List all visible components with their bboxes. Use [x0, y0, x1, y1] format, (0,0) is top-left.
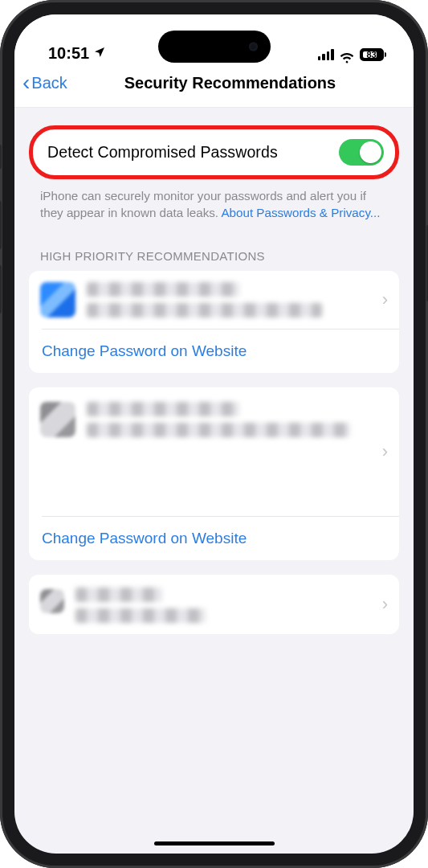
recommendation-row[interactable]: ›	[29, 575, 399, 634]
detect-toggle-switch[interactable]	[339, 139, 384, 166]
section-header-high-priority: HIGH PRIORITY RECOMMENDATIONS	[29, 222, 399, 271]
navigation-bar: ‹ Back Security Recommendations	[14, 64, 414, 108]
battery-icon: 83	[360, 48, 387, 61]
volume-up-button[interactable]	[0, 201, 2, 249]
detect-toggle-row[interactable]: Detect Compromised Passwords	[29, 125, 399, 179]
about-passwords-link[interactable]: About Passwords & Privacy...	[221, 206, 380, 219]
recommendation-row[interactable]: ›	[29, 271, 399, 329]
wifi-icon	[339, 49, 355, 61]
site-favicon	[40, 282, 75, 317]
site-favicon	[40, 589, 64, 613]
change-password-button[interactable]: Change Password on Website	[29, 517, 399, 560]
chevron-right-icon: ›	[382, 594, 388, 615]
back-button[interactable]: ‹ Back	[22, 73, 67, 94]
dynamic-island	[158, 31, 271, 63]
recommendation-card: › Change Password on Website	[29, 271, 399, 373]
device-frame: 10:51 83 ‹ Back Secur	[0, 0, 428, 868]
chevron-right-icon: ›	[382, 289, 388, 310]
change-password-button[interactable]: Change Password on Website	[29, 330, 399, 373]
recommendation-card: › Change Password on Website	[29, 387, 399, 560]
cellular-icon	[318, 49, 334, 60]
silence-switch[interactable]	[0, 145, 2, 169]
page-title: Security Recommendations	[14, 74, 414, 92]
recommendation-card: ›	[29, 575, 399, 634]
detect-toggle-label: Detect Compromised Passwords	[47, 143, 278, 162]
chevron-right-icon: ›	[382, 441, 388, 462]
detect-footer: iPhone can securely monitor your passwor…	[29, 179, 399, 222]
location-icon	[93, 44, 106, 63]
recommendation-row[interactable]: ›	[29, 387, 399, 516]
volume-down-button[interactable]	[0, 265, 2, 313]
back-label: Back	[31, 74, 67, 92]
redacted-content	[87, 282, 388, 317]
redacted-content	[87, 402, 388, 437]
site-favicon	[40, 402, 75, 437]
redacted-content	[75, 588, 388, 623]
home-indicator[interactable]	[154, 841, 275, 845]
content: Detect Compromised Passwords iPhone can …	[14, 108, 414, 854]
screen: 10:51 83 ‹ Back Secur	[14, 14, 414, 854]
status-time: 10:51	[48, 44, 89, 63]
chevron-left-icon: ‹	[22, 72, 30, 94]
